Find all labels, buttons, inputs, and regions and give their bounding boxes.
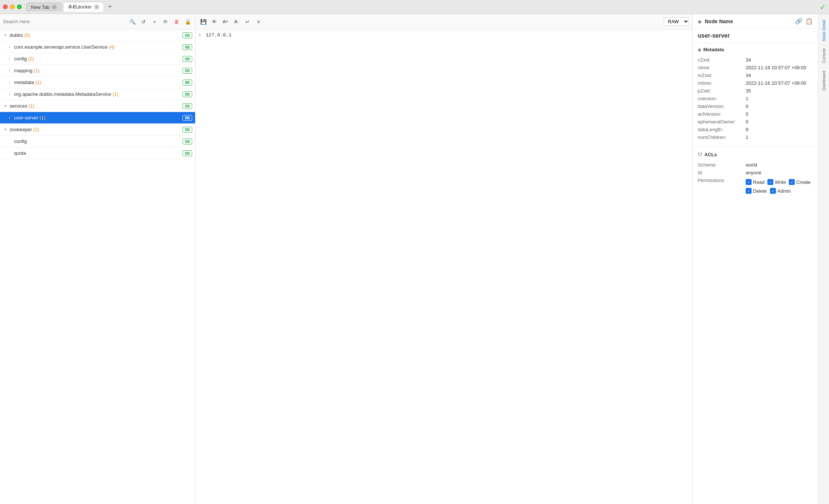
perm-delete-label: Delete <box>753 188 767 194</box>
cversion-value: 1 <box>746 95 813 102</box>
font-decrease-button[interactable]: A- <box>232 17 241 27</box>
acl-row-scheme: Scheme: world <box>698 161 813 169</box>
middle-panel: 💾 👁 A+ A- ↵ ≡ RAW JSON XML 1 127.0.0.1 <box>195 14 693 504</box>
czxid-label: cZxid: <box>698 56 746 64</box>
tree-item-metadata[interactable]: › metadata (1) 9B <box>0 77 195 88</box>
line-number-1: 1 <box>198 32 201 38</box>
tree-item-services[interactable]: ▾ services (1) 0B <box>0 100 195 112</box>
tree-item-com-example[interactable]: › com.example.serverapi.service.UserServ… <box>0 41 195 53</box>
docker-tab[interactable]: 本机docker × <box>63 2 104 12</box>
tree-item-org-apache[interactable]: › org.apache.dubbo.metadata.MetadataServ… <box>0 88 195 100</box>
numchildren-value: 1 <box>746 133 813 141</box>
perm-admin: ✓ Admin <box>770 188 791 194</box>
add-tab-button[interactable]: + <box>105 3 114 11</box>
metadata-row-numchildren: numChildren: 1 <box>698 133 813 141</box>
permission-grid: ✓ Read ✓ Write ✓ Create <box>746 179 813 194</box>
new-tab-close[interactable]: × <box>52 4 57 10</box>
node-detail-header: ◆ Node Name 🔗 📋 <box>693 14 818 29</box>
new-tab-label: New Tab <box>31 4 49 10</box>
tab-node-detail[interactable]: Node Detail <box>820 17 828 44</box>
tree-item-zk-config[interactable]: config 0B <box>0 136 195 147</box>
new-tab[interactable]: New Tab × <box>26 3 62 11</box>
perm-read-checkbox[interactable]: ✓ <box>746 179 752 185</box>
perm-write-checkbox[interactable]: ✓ <box>767 179 773 185</box>
ephemeral-label: ephemeralOwner: <box>698 118 746 126</box>
eye-icon-button[interactable]: 👁 <box>209 17 219 27</box>
cversion-label: cversion: <box>698 95 746 102</box>
search-button[interactable]: 🔍 <box>128 17 137 26</box>
tree-item-user-server[interactable]: › user-server (1) 9B <box>0 112 195 124</box>
expand-icon-metadata: › <box>9 80 14 84</box>
ephemeral-value: 0 <box>746 118 813 126</box>
add-node-button[interactable]: + <box>150 17 159 26</box>
tree-item-zookeeper[interactable]: ▾ zookeeper (2) 0B <box>0 124 195 136</box>
badge-org-apache: 9B <box>183 91 192 97</box>
copy-icon[interactable]: 📋 <box>805 18 813 25</box>
node-label-dubbo: dubbo (5) <box>10 32 183 38</box>
link-icon[interactable]: 🔗 <box>795 18 802 25</box>
perm-create: ✓ Create <box>789 179 811 185</box>
enter-icon-button[interactable]: ↵ <box>243 17 252 27</box>
minimize-traffic-light[interactable] <box>10 4 15 9</box>
editor-text[interactable]: 127.0.0.1 <box>206 32 689 501</box>
metadata-icon: ◆ <box>698 47 701 52</box>
tree-item-dubbo[interactable]: ▾ dubbo (5) 0B <box>0 29 195 41</box>
metadata-section-title: ◆ Metadata <box>698 47 813 52</box>
perm-admin-checkbox[interactable]: ✓ <box>770 188 776 194</box>
perm-create-checkbox[interactable]: ✓ <box>789 179 795 185</box>
datalength-value: 9 <box>746 126 813 133</box>
reload-button[interactable]: ⟳ <box>161 17 170 26</box>
permissions-label: Permissions: <box>698 176 746 195</box>
node-label-zk-config: config <box>14 139 183 144</box>
refresh-button[interactable]: ↺ <box>139 17 148 26</box>
search-input[interactable] <box>3 19 126 24</box>
maximize-traffic-light[interactable] <box>17 4 22 9</box>
metadata-row-pzxid: pZxid: 35 <box>698 87 813 95</box>
search-bar: 🔍 ↺ + ⟳ 🗑 🔒 <box>0 14 195 29</box>
acl-icon: 🛡 <box>698 152 702 157</box>
metadata-row-ephemeral: ephemeralOwner: 0 <box>698 118 813 126</box>
acl-section-title: 🛡 ACLs <box>698 152 813 157</box>
id-value: anyone <box>746 169 813 176</box>
tab-dashboard[interactable]: Dashboard <box>820 68 828 94</box>
metadata-table: cZxid: 34 ctime: 2022-11-16 10:57:07 +08… <box>698 56 813 141</box>
close-traffic-light[interactable] <box>3 4 8 9</box>
aclversion-value: 0 <box>746 110 813 118</box>
badge-services: 0B <box>183 103 192 109</box>
expand-icon-mapping: › <box>9 69 14 73</box>
tree-item-config[interactable]: › config (2) 0B <box>0 53 195 65</box>
font-increase-button[interactable]: A+ <box>221 17 230 27</box>
node-label-com-example: com.example.serverapi.service.UserServic… <box>14 44 183 50</box>
numchildren-label: numChildren: <box>698 133 746 141</box>
tab-console[interactable]: Console <box>820 45 828 66</box>
scheme-label: Scheme: <box>698 161 746 169</box>
right-sidebar: Node Detail Console Dashboard <box>818 14 829 504</box>
save-icon-button[interactable]: 💾 <box>198 17 208 27</box>
badge-config: 0B <box>183 56 192 62</box>
ctime-value: 2022-11-16 10:57:07 +08:00 <box>746 64 813 71</box>
list-icon-button[interactable]: ≡ <box>254 17 263 27</box>
acl-row-permissions: Permissions: ✓ Read ✓ Write <box>698 176 813 195</box>
pzxid-label: pZxid: <box>698 87 746 95</box>
editor-toolbar: 💾 👁 A+ A- ↵ ≡ RAW JSON XML <box>195 14 692 29</box>
badge-zk-config: 0B <box>183 139 192 144</box>
tree-item-zk-quota[interactable]: quota 0B <box>0 147 195 159</box>
expand-icon-dubbo: ▾ <box>4 33 10 37</box>
node-label-org-apache: org.apache.dubbo.metadata.MetadataServic… <box>14 91 183 97</box>
permissions-container: ✓ Read ✓ Write ✓ Create <box>746 176 813 195</box>
traffic-lights <box>3 4 22 9</box>
docker-tab-close[interactable]: × <box>94 4 99 10</box>
lock-button[interactable]: 🔒 <box>183 17 192 26</box>
format-select[interactable]: RAW JSON XML <box>664 17 689 26</box>
node-label-zk-quota: quota <box>14 150 183 156</box>
metadata-row-mtime: mtime: 2022-11-16 10:57:07 +08:00 <box>698 79 813 87</box>
id-label: Id: <box>698 169 746 176</box>
tree-item-mapping[interactable]: › mapping (1) 0B <box>0 65 195 77</box>
badge-metadata: 9B <box>183 80 192 85</box>
acl-row-id: Id: anyone <box>698 169 813 176</box>
expand-icon-zookeeper: ▾ <box>4 127 10 132</box>
mzxid-label: mZxid: <box>698 71 746 79</box>
perm-delete-checkbox[interactable]: ✓ <box>746 188 752 194</box>
dataversion-value: 0 <box>746 102 813 110</box>
delete-button[interactable]: 🗑 <box>172 17 181 26</box>
